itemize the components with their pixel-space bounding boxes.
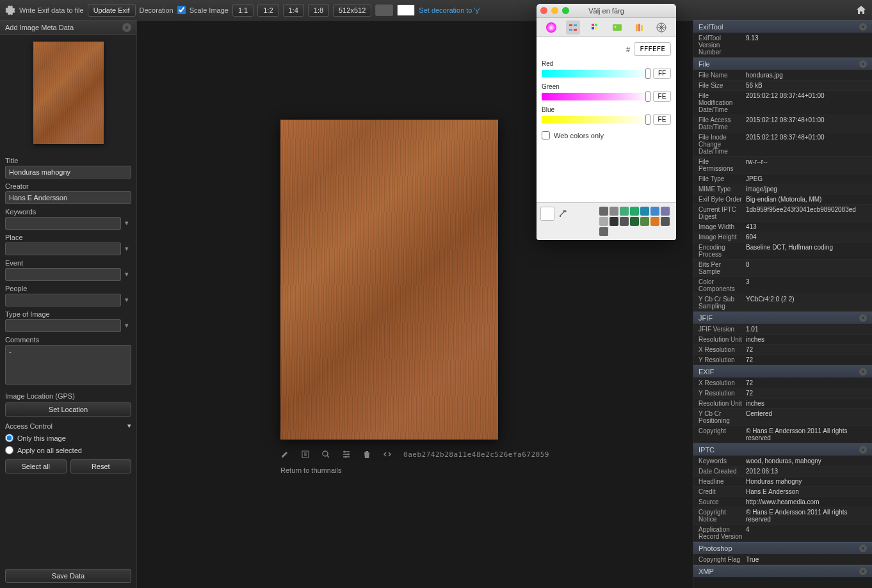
metadata-value: honduras.jpg <box>743 72 867 79</box>
close-icon[interactable]: × <box>859 23 867 31</box>
chevron-down-icon[interactable]: ▾ <box>122 296 131 304</box>
green-slider[interactable] <box>542 93 649 100</box>
green-value[interactable] <box>653 91 671 102</box>
eyedropper-icon[interactable] <box>556 207 570 221</box>
sliders-icon[interactable] <box>566 20 580 35</box>
scale-1-1[interactable]: 1:1 <box>232 4 254 17</box>
section-header[interactable]: JFIF× <box>693 312 872 324</box>
metadata-key: Source <box>698 498 743 505</box>
section-header[interactable]: Photoshop× <box>693 542 872 555</box>
close-icon[interactable]: × <box>859 544 867 552</box>
edit-icon[interactable] <box>280 450 289 459</box>
canvas-color-light[interactable] <box>397 4 415 16</box>
event-label: Event <box>5 259 131 267</box>
color-swatch[interactable] <box>640 207 649 216</box>
update-exif-button[interactable]: Update Exif <box>88 4 136 17</box>
chevron-down-icon[interactable]: ▾ <box>122 270 131 278</box>
color-swatch[interactable] <box>620 217 629 226</box>
event-input[interactable] <box>5 268 121 281</box>
metadata-row: File Size56 kB <box>693 81 872 91</box>
reset-button[interactable]: Reset <box>70 459 132 473</box>
metadata-value: 72 <box>743 346 867 353</box>
metadata-value: http://www.heamedia.com <box>743 498 867 505</box>
section-header[interactable]: ExifTool× <box>693 20 872 33</box>
save-data-button[interactable]: Save Data <box>5 569 131 583</box>
metadata-key: Bits Per Sample <box>698 261 743 275</box>
metadata-key: File Type <box>698 175 743 182</box>
section-header[interactable]: IPTC× <box>693 443 872 456</box>
title-input[interactable] <box>5 166 131 179</box>
gear-icon[interactable] <box>5 5 15 15</box>
web-colors-checkbox[interactable] <box>542 131 550 139</box>
section-header[interactable]: XMP× <box>693 565 872 578</box>
color-swatch[interactable] <box>599 217 608 226</box>
place-input[interactable] <box>5 242 121 255</box>
access-control-header[interactable]: Access Control ▾ <box>5 422 131 430</box>
close-icon[interactable]: × <box>859 314 867 322</box>
scale-1-2[interactable]: 1:2 <box>257 4 279 17</box>
color-wheel-icon[interactable] <box>544 20 558 35</box>
color-swatch[interactable] <box>620 207 629 216</box>
scale-1-8[interactable]: 1:8 <box>308 4 329 17</box>
section-header[interactable]: File× <box>693 58 872 70</box>
color-swatch[interactable] <box>599 207 608 216</box>
image-palette-icon[interactable] <box>610 20 624 35</box>
toolbar: Write Exif data to file Update Exif Deco… <box>0 0 872 20</box>
keywords-input[interactable] <box>5 217 121 230</box>
current-color-swatch[interactable] <box>540 207 554 221</box>
color-swatch[interactable] <box>630 207 639 216</box>
close-icon[interactable]: × <box>859 368 867 376</box>
close-icon[interactable]: × <box>859 446 867 454</box>
comments-textarea[interactable] <box>5 345 131 385</box>
left-panel-header: Add Image Meta Data × <box>0 20 136 35</box>
metadata-key: Y Cb Cr Positioning <box>698 410 743 424</box>
settings-icon[interactable] <box>342 450 351 459</box>
advanced-icon[interactable] <box>654 20 668 35</box>
color-swatch[interactable] <box>640 217 649 226</box>
color-swatch[interactable] <box>610 207 618 216</box>
people-input[interactable] <box>5 294 121 306</box>
color-swatch[interactable] <box>650 207 659 216</box>
scale-1-4[interactable]: 1:4 <box>283 4 304 17</box>
section-header[interactable]: EXIF× <box>693 365 872 378</box>
set-decoration-link[interactable]: Set decoration to 'y' <box>419 6 480 14</box>
creator-input[interactable] <box>5 191 131 204</box>
select-all-button[interactable]: Select all <box>5 459 67 473</box>
blue-value[interactable] <box>653 114 671 125</box>
svg-point-15 <box>615 26 617 28</box>
color-swatch[interactable] <box>661 207 670 216</box>
metadata-row: Y Cb Cr Sub SamplingYCbCr4:2:0 (2 2) <box>693 294 872 312</box>
metadata-key: File Inode Change Date/Time <box>698 134 743 155</box>
return-thumbnails-link[interactable]: Return to thumnails <box>280 466 341 474</box>
red-slider[interactable] <box>542 70 649 77</box>
chevron-down-icon[interactable]: ▾ <box>122 219 131 227</box>
color-swatch[interactable] <box>630 217 639 226</box>
chevron-down-icon[interactable]: ▾ <box>122 321 131 330</box>
blue-slider[interactable] <box>542 116 649 123</box>
color-swatch[interactable] <box>599 227 608 236</box>
only-this-radio[interactable] <box>5 434 13 442</box>
apply-all-radio[interactable] <box>5 446 13 454</box>
crayons-icon[interactable] <box>632 20 646 35</box>
decoration-checkbox[interactable] <box>177 6 186 14</box>
color-swatch[interactable] <box>661 217 670 226</box>
delete-icon[interactable] <box>362 450 371 459</box>
home-icon[interactable] <box>855 4 867 16</box>
color-swatch[interactable] <box>610 217 618 226</box>
chevron-down-icon[interactable]: ▾ <box>122 244 131 253</box>
red-value[interactable] <box>653 68 671 79</box>
color-swatch[interactable] <box>650 217 659 226</box>
close-icon[interactable]: × <box>859 60 867 68</box>
color-picker-titlebar[interactable]: Välj en färg <box>537 4 676 18</box>
scale-512[interactable]: 512x512 <box>333 4 371 17</box>
set-location-button[interactable]: Set Location <box>5 402 131 417</box>
canvas-color-dark[interactable] <box>375 4 393 16</box>
palette-icon[interactable] <box>588 20 602 35</box>
close-icon[interactable]: × <box>122 23 131 32</box>
type-input[interactable] <box>5 319 121 332</box>
close-icon[interactable]: × <box>859 568 867 575</box>
hex-input[interactable] <box>634 42 671 56</box>
code-icon[interactable] <box>383 450 392 459</box>
zoom-icon[interactable] <box>321 450 330 459</box>
metadata-icon[interactable] <box>301 450 310 459</box>
